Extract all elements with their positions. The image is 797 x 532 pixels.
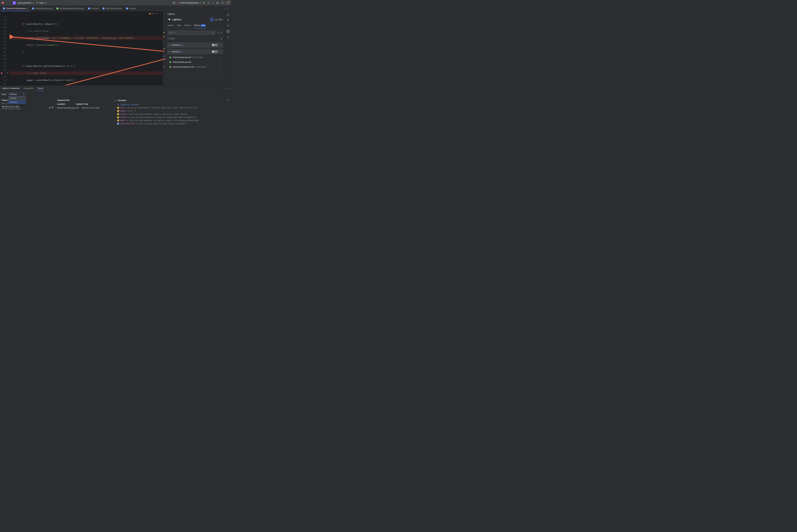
tabs-dropdown-icon[interactable] xyxy=(224,7,225,9)
minimize-window[interactable] xyxy=(5,2,7,4)
var-type-icon: P xyxy=(117,110,119,112)
project-selector[interactable]: spring-petclinic xyxy=(18,2,34,4)
trace-item[interactable]: OwnerController.java:103 (Entry Point) xyxy=(165,64,225,69)
tab-label: OwnerController.java xyxy=(6,7,25,10)
comment-icon[interactable] xyxy=(173,1,175,4)
code-body[interactable]: if (ownersResults.isEmpty()) { // no own… xyxy=(9,12,163,85)
trace-group-petvisit[interactable]: PetVisit (3) OFF xyxy=(167,49,223,54)
more-icon[interactable] xyxy=(219,66,222,68)
maximize-window[interactable] xyxy=(8,2,10,4)
svg-point-38 xyxy=(225,89,225,89)
svg-point-19 xyxy=(220,45,221,46)
more-icon[interactable] xyxy=(219,61,222,63)
var-context[interactable]: › Lightrun Context xyxy=(114,103,230,106)
filter-icon xyxy=(211,18,213,21)
variable-row[interactable]: ›Pthis = {org.springframework.samples.pe… xyxy=(114,106,230,109)
svg-rect-23 xyxy=(169,57,171,58)
author-icon[interactable] xyxy=(6,72,8,74)
branch-name-label: main xyxy=(39,2,44,4)
chevron-down-icon xyxy=(45,2,46,4)
more-icon[interactable] xyxy=(219,51,222,53)
var-type-icon: ≡ xyxy=(117,122,119,125)
trace-item[interactable]: VisitController.java:60 xyxy=(165,60,225,64)
eye-icon[interactable] xyxy=(215,18,217,21)
tab-mysql-tests[interactable]: C MySqlIntegrationTests.java xyxy=(54,6,86,11)
search-icon[interactable] xyxy=(221,1,224,4)
tab-label: Pet.java xyxy=(91,7,99,10)
tab-traces[interactable]: Traces xyxy=(37,86,44,91)
trace-group-petclinic[interactable]: PetClinic (2) OFF xyxy=(167,42,223,48)
tab-traces[interactable]: TracesNEW xyxy=(194,24,206,28)
tab-tags[interactable]: Tags xyxy=(177,24,181,28)
add-trace-button[interactable] xyxy=(220,37,223,40)
tab-visit-controller[interactable]: C VisitController.java xyxy=(30,6,54,11)
var-type-icon: P xyxy=(117,116,119,118)
dropdown-item[interactable]: PetClinic xyxy=(8,100,26,104)
vcs-branch-selector[interactable]: main xyxy=(36,2,46,4)
trace-select[interactable]: PetClinic xyxy=(8,92,25,96)
trace-point-icon xyxy=(169,56,171,58)
variable-row[interactable]: ›Powner = {org.springframework.samples.p… xyxy=(114,113,230,116)
filter-icon[interactable] xyxy=(217,32,219,34)
more-icon[interactable] xyxy=(224,87,226,90)
variable-row[interactable]: ›≡ownersResults = {org.springframework.d… xyxy=(114,122,230,125)
warnings-badge[interactable]: 9 xyxy=(149,13,158,15)
toggle-off[interactable]: OFF xyxy=(212,43,218,46)
sort-icon[interactable] xyxy=(220,32,223,34)
tab-agents[interactable]: Agents xyxy=(168,24,174,28)
minimize-icon[interactable] xyxy=(228,87,230,90)
tab-pet-controller[interactable]: C PetController.java xyxy=(100,6,124,11)
maven-icon[interactable]: m xyxy=(227,24,229,27)
svg-point-39 xyxy=(227,99,229,101)
link-icon[interactable] xyxy=(227,36,230,39)
project-badge: S xyxy=(13,1,16,4)
dropdown-item[interactable]: PetVisit xyxy=(8,96,26,100)
hit-row[interactable]: OwnerController.java:103 Jan 29 11:32:17… xyxy=(57,106,111,110)
chevron-down-icon[interactable] xyxy=(157,13,158,14)
code-editor[interactable]: 97 98 99 100 101 102 103 104 105 106 107… xyxy=(0,12,165,85)
chevron-up-icon[interactable] xyxy=(154,13,156,14)
tab-snapshots[interactable]: Snapshots xyxy=(23,86,34,91)
more-icon[interactable] xyxy=(227,7,229,10)
run-config-selector[interactable]: PetClinicApplication xyxy=(177,2,201,4)
invocation-row[interactable]: Jan 29 11:32:17.456 LTR020.local (pid 85… xyxy=(2,105,54,110)
variable-row[interactable]: ›Pmodel = {org.springframework.validatio… xyxy=(114,119,230,122)
close-icon[interactable] xyxy=(26,7,28,10)
java-class-icon: C xyxy=(32,7,34,10)
more-icon[interactable] xyxy=(219,44,222,46)
tab-visit[interactable]: C Visit.jav xyxy=(124,6,138,11)
search-icon[interactable] xyxy=(227,99,230,102)
settings-button[interactable] xyxy=(226,1,229,4)
filter-button[interactable] xyxy=(210,18,214,21)
more-icon[interactable] xyxy=(219,56,222,58)
java-class-icon: C xyxy=(102,7,105,10)
lightrun-logo: Lightrun xyxy=(168,18,182,21)
variable-row[interactable]: ›Presult = {org.springframework.validati… xyxy=(114,116,230,119)
lightrun-active-icon[interactable] xyxy=(226,30,230,33)
debug-button[interactable] xyxy=(207,1,210,4)
notifications-icon[interactable] xyxy=(227,13,230,16)
stack-icon xyxy=(49,107,51,109)
run-button[interactable] xyxy=(203,1,206,4)
more-icon[interactable] xyxy=(212,1,214,4)
search-field[interactable] xyxy=(168,31,215,35)
scrollbar-overview[interactable] xyxy=(163,12,165,85)
trace-item[interactable]: VisitController.java:39 (Entry Point) xyxy=(165,55,225,60)
tab-pet[interactable]: C Pet.java xyxy=(86,6,100,11)
tab-owner-controller[interactable]: C OwnerController.java xyxy=(1,6,30,11)
breakpoint-diamond-icon[interactable] xyxy=(1,72,3,74)
svg-point-30 xyxy=(220,63,221,63)
close-window[interactable] xyxy=(2,2,4,4)
variable-row[interactable]: ›Ppage = {int} 1 xyxy=(114,109,230,113)
toggle-off[interactable]: OFF xyxy=(212,50,218,53)
lightrun-strip-icon[interactable] xyxy=(227,18,230,22)
bottom-panel: Lightrun Snapshots Snapshots Traces Trac… xyxy=(0,85,231,133)
svg-point-33 xyxy=(220,67,221,67)
project-name-label: spring-petclinic xyxy=(18,2,32,4)
svg-rect-31 xyxy=(169,66,171,68)
collaborate-icon[interactable] xyxy=(216,1,219,4)
tab-actions[interactable]: Actions xyxy=(184,24,191,28)
aa-status[interactable]: AA xyxy=(219,18,223,21)
search-input[interactable] xyxy=(169,32,212,34)
branch-icon xyxy=(36,2,38,4)
